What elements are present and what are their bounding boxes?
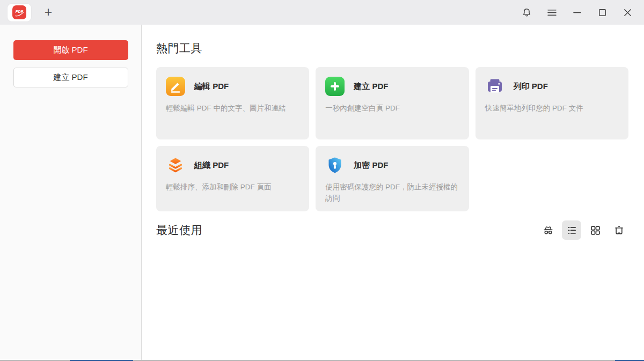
tool-card-edit-pdf[interactable]: 編輯 PDF 輕鬆編輯 PDF 中的文字、圖片和連結 bbox=[156, 67, 309, 139]
edit-pdf-icon bbox=[166, 77, 185, 96]
window-controls bbox=[521, 7, 633, 18]
notification-bell-icon[interactable] bbox=[521, 7, 532, 18]
tool-card-title: 列印 PDF bbox=[514, 82, 548, 92]
create-pdf-icon bbox=[325, 77, 345, 96]
minimize-button[interactable] bbox=[572, 7, 583, 18]
pdf-logo-icon: PDF bbox=[12, 5, 26, 19]
clear-recent-icon[interactable] bbox=[609, 220, 628, 240]
popular-tools-title: 熱門工具 bbox=[156, 41, 628, 56]
home-tab[interactable]: PDF bbox=[8, 4, 31, 21]
list-view-icon[interactable] bbox=[562, 220, 581, 240]
menu-icon[interactable] bbox=[546, 7, 558, 18]
print-pdf-icon bbox=[485, 77, 504, 96]
tool-card-description: 輕鬆排序、添加和刪除 PDF 頁面 bbox=[166, 182, 299, 193]
tool-card-title: 加密 PDF bbox=[354, 160, 388, 171]
tool-card-organize-pdf[interactable]: 組織 PDF 輕鬆排序、添加和刪除 PDF 頁面 bbox=[156, 146, 309, 211]
tool-card-print-pdf[interactable]: 列印 PDF 快速簡單地列印您的 PDF 文件 bbox=[475, 67, 628, 139]
sidebar: 開啟 PDF 建立 PDF bbox=[0, 25, 142, 360]
open-pdf-button[interactable]: 開啟 PDF bbox=[13, 40, 128, 60]
create-pdf-button[interactable]: 建立 PDF bbox=[13, 68, 128, 87]
main-content: 熱門工具 bbox=[142, 25, 644, 360]
tab-bar: PDF + bbox=[0, 0, 644, 25]
recent-title: 最近使用 bbox=[156, 223, 202, 238]
close-button[interactable] bbox=[622, 7, 633, 18]
recent-section-header: 最近使用 bbox=[156, 220, 628, 240]
grid-view-icon[interactable] bbox=[586, 220, 605, 240]
tool-card-description: 快速簡單地列印您的 PDF 文件 bbox=[485, 103, 619, 114]
tool-card-create-pdf[interactable]: 建立 PDF 一秒內創建空白頁 PDF bbox=[316, 67, 469, 139]
recent-view-toolbar bbox=[538, 220, 628, 240]
incognito-icon[interactable] bbox=[538, 220, 558, 240]
new-tab-button[interactable]: + bbox=[40, 4, 56, 20]
organize-pdf-icon bbox=[166, 156, 185, 175]
tool-card-description: 使用密碼保護您的 PDF，防止未經授權的訪問 bbox=[325, 182, 459, 204]
tools-grid: 編輯 PDF 輕鬆編輯 PDF 中的文字、圖片和連結 bbox=[156, 67, 628, 211]
tool-card-encrypt-pdf[interactable]: 加密 PDF 使用密碼保護您的 PDF，防止未經授權的訪問 bbox=[316, 146, 469, 211]
tool-card-title: 建立 PDF bbox=[354, 82, 388, 92]
maximize-button[interactable] bbox=[597, 7, 608, 18]
encrypt-pdf-icon bbox=[325, 156, 345, 175]
tool-card-title: 編輯 PDF bbox=[194, 82, 229, 92]
app-body: 開啟 PDF 建立 PDF 熱門工具 bbox=[0, 25, 644, 360]
tool-card-title: 組織 PDF bbox=[194, 160, 229, 171]
tool-card-description: 輕鬆編輯 PDF 中的文字、圖片和連結 bbox=[166, 103, 299, 114]
app-window: PDF + bbox=[0, 0, 644, 361]
tool-card-description: 一秒內創建空白頁 PDF bbox=[325, 103, 459, 114]
